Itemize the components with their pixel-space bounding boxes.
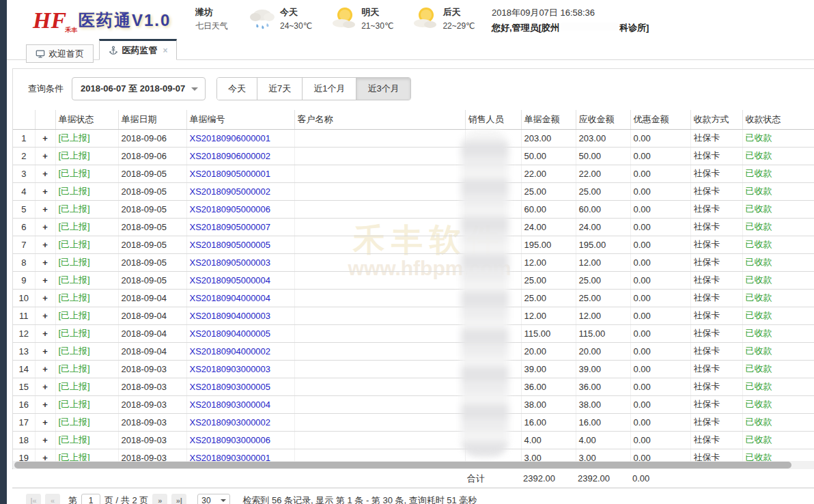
payment-status-cell: 已收款 bbox=[742, 342, 814, 360]
tab-medicine-supervision[interactable]: 医药监管 × bbox=[99, 39, 177, 60]
doc-number-link[interactable]: XS20180903000001 bbox=[190, 453, 271, 462]
expand-row-button[interactable]: + bbox=[35, 147, 55, 165]
doc-number-link[interactable]: XS20180905000004 bbox=[190, 275, 271, 285]
weather-panel: 潍坊 七日天气 今天 24~30℃ bbox=[195, 5, 492, 33]
quick-range-7days-button[interactable]: 近7天 bbox=[257, 78, 303, 100]
receivable-amount-cell: 39.00 bbox=[576, 360, 630, 378]
doc-status-cell: [已上报] bbox=[55, 165, 118, 182]
doc-status-cell: [已上报] bbox=[55, 253, 118, 271]
doc-number-link[interactable]: XS20180904000002 bbox=[190, 346, 271, 356]
discount-amount-cell: 0.00 bbox=[630, 378, 690, 395]
tab-close-icon[interactable]: × bbox=[163, 46, 167, 55]
payment-method-cell: 社保卡 bbox=[690, 218, 742, 236]
expand-row-button[interactable]: + bbox=[35, 271, 55, 289]
doc-status-cell: [已上报] bbox=[55, 342, 118, 360]
discount-amount-cell: 0.00 bbox=[630, 253, 690, 271]
expand-row-button[interactable]: + bbox=[35, 324, 55, 342]
table-row: 16+[已上报]2018-09-03XS2018090300000438.003… bbox=[13, 395, 814, 413]
expand-row-button[interactable]: + bbox=[35, 395, 55, 413]
logo-company-name: 禾丰 bbox=[65, 27, 77, 33]
page-number-input[interactable] bbox=[81, 494, 100, 504]
payment-method-cell: 社保卡 bbox=[690, 360, 742, 378]
expand-row-button[interactable]: + bbox=[35, 307, 55, 324]
doc-number-link[interactable]: XS20180905000002 bbox=[190, 186, 271, 197]
doc-number-link[interactable]: XS20180904000004 bbox=[190, 293, 271, 303]
discount-amount-cell: 0.00 bbox=[630, 289, 690, 307]
expand-row-button[interactable]: + bbox=[35, 449, 55, 461]
seller-cell bbox=[465, 200, 521, 218]
receivable-amount-cell: 3.00 bbox=[576, 449, 630, 461]
payment-method-cell: 社保卡 bbox=[690, 324, 742, 342]
col-seller: 销售人员 bbox=[465, 110, 521, 129]
query-bar: 查询条件 2018-06-07 至 2018-09-07 今天 近7天 近1个月… bbox=[13, 77, 814, 100]
date-range-select[interactable]: 2018-06-07 至 2018-09-07 bbox=[72, 77, 206, 100]
expand-row-button[interactable]: + bbox=[35, 342, 55, 360]
doc-number-link[interactable]: XS20180906000002 bbox=[190, 151, 271, 161]
doc-date-cell: 2018-09-03 bbox=[118, 360, 186, 378]
seven-day-weather-link[interactable]: 七日天气 bbox=[195, 19, 228, 33]
row-number-cell: 9 bbox=[13, 271, 35, 289]
doc-number-link[interactable]: XS20180906000001 bbox=[190, 133, 271, 143]
expand-row-button[interactable]: + bbox=[35, 182, 55, 200]
app-header: HF禾丰 医药通V1.0 潍坊 七日天气 bbox=[7, 0, 814, 41]
row-number-cell: 11 bbox=[13, 307, 35, 324]
expand-row-button[interactable]: + bbox=[35, 200, 55, 218]
doc-number-cell: XS20180906000002 bbox=[186, 147, 294, 165]
table-row: 9+[已上报]2018-09-05XS2018090500000425.0025… bbox=[13, 271, 814, 289]
rain-cloud-icon bbox=[247, 5, 277, 33]
expand-row-button[interactable]: + bbox=[35, 360, 55, 378]
prev-page-button[interactable]: « bbox=[45, 494, 60, 504]
col-customer-name: 客户名称 bbox=[294, 110, 465, 129]
user-info: 2018年09月07日 16:58:36 您好,管理员[胶州科诊所] bbox=[492, 5, 649, 36]
payment-method-cell: 社保卡 bbox=[690, 342, 742, 360]
expand-row-button[interactable]: + bbox=[35, 431, 55, 449]
tab-label: 医药监管 bbox=[122, 44, 157, 57]
next-page-button[interactable]: » bbox=[152, 494, 167, 504]
expand-row-button[interactable]: + bbox=[35, 129, 55, 147]
horizontal-scrollbar-thumb[interactable] bbox=[14, 462, 791, 468]
expand-row-button[interactable]: + bbox=[35, 165, 55, 182]
receivable-amount-cell: 22.00 bbox=[576, 165, 630, 182]
quick-range-1month-button[interactable]: 近1个月 bbox=[303, 78, 356, 100]
doc-number-link[interactable]: XS20180903000004 bbox=[190, 400, 271, 410]
seller-cell bbox=[465, 307, 521, 324]
doc-status-cell: [已上报] bbox=[55, 413, 118, 431]
expand-row-button[interactable]: + bbox=[35, 236, 55, 253]
doc-number-link[interactable]: XS20180903000002 bbox=[190, 417, 271, 428]
page-size-select[interactable]: 30 bbox=[197, 494, 230, 504]
payment-status-cell: 已收款 bbox=[742, 218, 814, 236]
doc-number-link[interactable]: XS20180905000006 bbox=[190, 204, 271, 214]
customer-name-cell bbox=[294, 236, 465, 253]
expand-row-button[interactable]: + bbox=[35, 218, 55, 236]
doc-date-cell: 2018-09-05 bbox=[118, 253, 186, 271]
doc-number-link[interactable]: XS20180904000003 bbox=[190, 311, 271, 321]
quick-range-today-button[interactable]: 今天 bbox=[217, 78, 257, 100]
discount-amount-cell: 0.00 bbox=[630, 200, 690, 218]
doc-number-link[interactable]: XS20180903000003 bbox=[190, 364, 271, 374]
payment-status-cell: 已收款 bbox=[742, 129, 814, 147]
expand-row-button[interactable]: + bbox=[35, 378, 55, 395]
doc-number-link[interactable]: XS20180905000005 bbox=[190, 240, 271, 250]
col-receivable-amount: 应收金额 bbox=[576, 110, 630, 129]
payment-status-cell: 已收款 bbox=[742, 200, 814, 218]
doc-number-link[interactable]: XS20180904000005 bbox=[190, 328, 271, 339]
first-page-button[interactable]: |« bbox=[26, 494, 41, 504]
payment-method-cell: 社保卡 bbox=[690, 271, 742, 289]
customer-name-cell bbox=[294, 165, 465, 182]
doc-number-link[interactable]: XS20180905000003 bbox=[190, 257, 271, 268]
doc-number-link[interactable]: XS20180903000005 bbox=[190, 382, 271, 392]
doc-number-link[interactable]: XS20180905000007 bbox=[190, 222, 271, 232]
table-header-row: 单据状态 单据日期 单据编号 客户名称 销售人员 单据金额 应收金额 优惠金额 … bbox=[13, 110, 814, 129]
doc-number-link[interactable]: XS20180905000001 bbox=[190, 169, 271, 179]
tab-welcome-home[interactable]: 欢迎首页 bbox=[26, 44, 94, 63]
customer-name-cell bbox=[294, 360, 465, 378]
expand-row-button[interactable]: + bbox=[35, 253, 55, 271]
receivable-amount-cell: 60.00 bbox=[576, 200, 630, 218]
expand-row-button[interactable]: + bbox=[35, 413, 55, 431]
last-page-button[interactable]: »| bbox=[171, 494, 186, 504]
quick-range-3months-button[interactable]: 近3个月 bbox=[356, 78, 410, 100]
receivable-amount-cell: 25.00 bbox=[576, 182, 630, 200]
greeting-prefix: 您好,管理员[胶州 bbox=[492, 23, 559, 33]
doc-number-link[interactable]: XS20180903000006 bbox=[190, 435, 271, 445]
expand-row-button[interactable]: + bbox=[35, 289, 55, 307]
